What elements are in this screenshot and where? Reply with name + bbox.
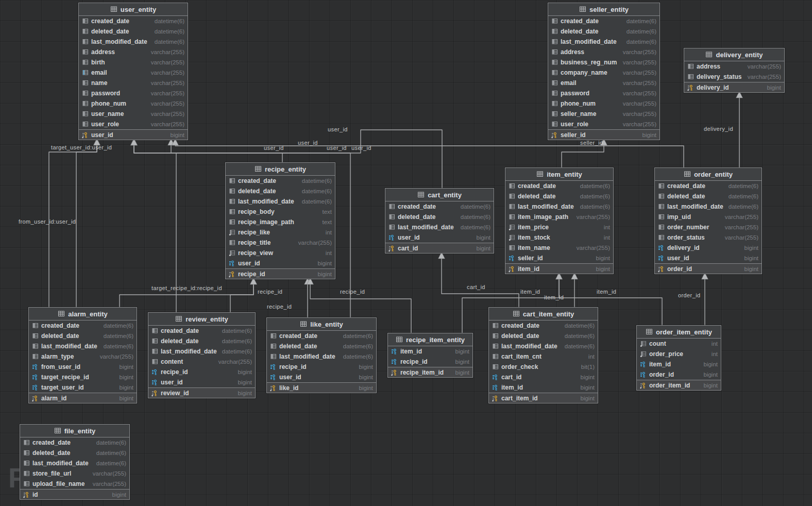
column-row[interactable]: recipe_idbigint (267, 362, 376, 372)
column-row[interactable]: last_modified_datedatetime(6) (548, 37, 659, 47)
column-row[interactable]: recipe_likeint (226, 227, 335, 238)
column-row[interactable]: deleted_datedatetime(6) (29, 331, 137, 341)
column-row[interactable]: item_idbigint (505, 263, 613, 274)
table-item_entity[interactable]: item_entitycreated_datedatetime(6)delete… (505, 167, 614, 274)
column-row[interactable]: created_datedatetime(6) (20, 437, 129, 448)
column-row[interactable]: order_idbigint (655, 263, 762, 274)
column-row[interactable]: delivery_idbigint (684, 82, 784, 92)
column-row[interactable]: last_modified_datedatetime(6) (148, 346, 255, 357)
table-user_entity[interactable]: user_entitycreated_datedatetime(6)delete… (78, 3, 188, 140)
column-row[interactable]: last_modified_datedatetime(6) (655, 201, 762, 212)
table-delivery_entity[interactable]: delivery_entityaddressvarchar(255)delive… (684, 48, 785, 93)
column-row[interactable]: recipe_titlevarchar(255) (226, 238, 335, 248)
column-row[interactable]: created_datedatetime(6) (385, 201, 494, 212)
column-row[interactable]: recipe_bodytext (226, 207, 335, 217)
column-row[interactable]: business_reg_numvarchar(255) (548, 57, 659, 68)
column-row[interactable]: last_modified_datedatetime(6) (20, 458, 129, 468)
column-row[interactable]: item_idbigint (388, 346, 472, 357)
column-row[interactable]: created_datedatetime(6) (489, 321, 598, 331)
column-row[interactable]: like_idbigint (267, 382, 376, 393)
column-row[interactable]: item_idbigint (637, 359, 721, 369)
column-row[interactable]: created_datedatetime(6) (505, 181, 613, 191)
column-row[interactable]: emailvarchar(255) (548, 78, 659, 88)
column-row[interactable]: user_idbigint (148, 377, 255, 387)
column-row[interactable]: addressvarchar(255) (79, 47, 188, 57)
column-row[interactable]: contentvarchar(255) (148, 357, 255, 367)
column-row[interactable]: deleted_datedatetime(6) (267, 341, 376, 351)
table-header[interactable]: user_entity (79, 3, 188, 16)
table-header[interactable]: review_entity (148, 313, 255, 326)
column-row[interactable]: namevarchar(255) (79, 78, 188, 88)
column-row[interactable]: addressvarchar(255) (684, 61, 784, 72)
column-row[interactable]: created_datedatetime(6) (148, 326, 255, 336)
column-row[interactable]: order_item_idbigint (637, 380, 721, 390)
column-row[interactable]: user_namevarchar(255) (79, 109, 188, 119)
table-header[interactable]: seller_entity (548, 3, 659, 16)
table-header[interactable]: cart_entity (385, 189, 494, 201)
column-row[interactable]: emailvarchar(255) (79, 68, 188, 78)
table-header[interactable]: alarm_entity (29, 308, 137, 321)
column-row[interactable]: review_idbigint (148, 387, 255, 398)
table-like_entity[interactable]: like_entitycreated_datedatetime(6)delete… (266, 317, 377, 393)
column-row[interactable]: created_datedatetime(6) (29, 321, 137, 331)
table-cart_entity[interactable]: cart_entitycreated_datedatetime(6)delete… (385, 188, 494, 254)
column-row[interactable]: deleted_datedatetime(6) (148, 336, 255, 346)
column-row[interactable]: user_idbigint (79, 129, 188, 140)
column-row[interactable]: user_idbigint (385, 232, 494, 243)
table-header[interactable]: like_entity (267, 318, 376, 331)
column-row[interactable]: store_file_urlvarchar(255) (20, 468, 129, 479)
column-row[interactable]: created_datedatetime(6) (79, 16, 188, 26)
column-row[interactable]: order_priceint (637, 349, 721, 359)
column-row[interactable]: item_idbigint (489, 382, 598, 393)
column-row[interactable]: idbigint (20, 489, 129, 499)
table-review_entity[interactable]: review_entitycreated_datedatetime(6)dele… (148, 312, 256, 398)
table-header[interactable]: cart_item_entity (489, 308, 598, 321)
table-order_entity[interactable]: order_entitycreated_datedatetime(6)delet… (654, 167, 762, 274)
column-row[interactable]: last_modified_datedatetime(6) (505, 201, 613, 212)
column-row[interactable]: company_namevarchar(255) (548, 68, 659, 78)
column-row[interactable]: cart_idbigint (489, 372, 598, 382)
column-row[interactable]: deleted_datedatetime(6) (385, 212, 494, 222)
column-row[interactable]: last_modified_datedatetime(6) (489, 341, 598, 351)
column-row[interactable]: deleted_datedatetime(6) (505, 191, 613, 201)
column-row[interactable]: deleted_datedatetime(6) (20, 448, 129, 458)
column-row[interactable]: cart_item_idbigint (489, 393, 598, 403)
column-row[interactable]: upload_file_namevarchar(255) (20, 479, 129, 489)
table-header[interactable]: recipe_entity (226, 163, 335, 176)
column-row[interactable]: seller_namevarchar(255) (548, 109, 659, 119)
column-row[interactable]: from_user_idbigint (29, 362, 137, 372)
column-row[interactable]: recipe_idbigint (226, 268, 335, 279)
column-row[interactable]: target_recipe_idbigint (29, 372, 137, 382)
column-row[interactable]: alarm_idbigint (29, 393, 137, 403)
relationship-line[interactable] (120, 278, 253, 307)
column-row[interactable]: last_modified_datedatetime(6) (385, 222, 494, 232)
column-row[interactable]: last_modified_datedatetime(6) (226, 196, 335, 207)
relationship-line[interactable] (76, 139, 97, 307)
column-row[interactable]: deleted_datedatetime(6) (548, 26, 659, 37)
column-row[interactable]: created_datedatetime(6) (226, 176, 335, 186)
column-row[interactable]: cart_idbigint (385, 243, 494, 253)
column-row[interactable]: imp_uidvarchar(255) (655, 212, 762, 222)
column-row[interactable]: user_rolevarchar(255) (79, 119, 188, 129)
column-row[interactable]: user_rolevarchar(255) (548, 119, 659, 129)
column-row[interactable]: last_modified_datedatetime(6) (29, 341, 137, 351)
column-row[interactable]: delivery_idbigint (655, 243, 762, 253)
table-header[interactable]: delivery_entity (684, 48, 784, 61)
column-row[interactable]: deleted_datedatetime(6) (489, 331, 598, 341)
column-row[interactable]: recipe_idbigint (148, 367, 255, 377)
column-row[interactable]: phone_numvarchar(255) (548, 98, 659, 109)
column-row[interactable]: item_priceint (505, 222, 613, 232)
column-row[interactable]: deleted_datedatetime(6) (655, 191, 762, 201)
table-recipe_entity[interactable]: recipe_entitycreated_datedatetime(6)dele… (225, 162, 335, 279)
column-row[interactable]: item_stockint (505, 232, 613, 243)
column-row[interactable]: seller_idbigint (548, 129, 659, 140)
column-row[interactable]: created_datedatetime(6) (267, 331, 376, 341)
table-header[interactable]: item_entity (505, 168, 613, 181)
column-row[interactable]: recipe_idbigint (388, 357, 472, 367)
column-row[interactable]: order_numbervarchar(255) (655, 222, 762, 232)
column-row[interactable]: user_idbigint (267, 372, 376, 382)
relationship-line[interactable] (134, 139, 282, 162)
column-row[interactable]: last_modified_datedatetime(6) (79, 37, 188, 47)
table-cart_item_entity[interactable]: cart_item_entitycreated_datedatetime(6)d… (488, 307, 598, 403)
column-row[interactable]: user_idbigint (226, 258, 335, 268)
